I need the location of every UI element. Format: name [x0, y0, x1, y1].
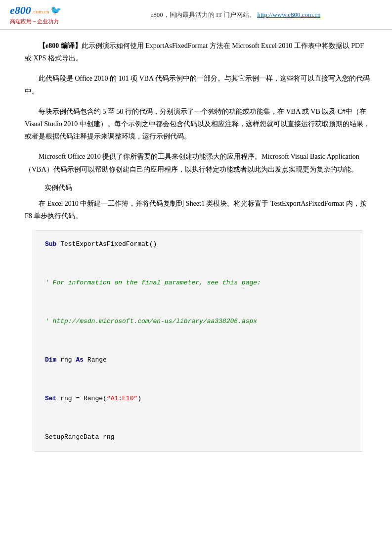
bracket-label: 【e800 编译】 [39, 42, 82, 49]
paragraph-3: 每块示例代码包含约 5 至 50 行的代码，分别演示了一个独特的功能或功能集，在… [25, 105, 372, 143]
code-line-14-empty [45, 405, 352, 418]
code-line-6-empty [45, 302, 352, 315]
logo-bird-icon: 🐦 [50, 5, 61, 16]
code-set-end: ) [137, 395, 141, 402]
main-content: 【e800 编译】此示例演示如何使用 ExportAsFixedFormat 方… [0, 30, 392, 466]
tagline-link[interactable]: http://www.e800.com.cn [258, 11, 321, 18]
code-string-val: “A1:E10” [107, 395, 137, 402]
logo-e800-text: e800 [10, 4, 31, 17]
logo-top: e800 .com.cn 🐦 [10, 4, 61, 17]
section-title: 实例代码 [44, 184, 372, 192]
comment-url-text: ' http://msdn.microsoft.com/en-us/librar… [45, 318, 257, 325]
code-line-set: Set rng = Range(“A1:E10”) [45, 392, 352, 405]
code-line-15-empty [45, 418, 352, 431]
paragraph-1: 【e800 编译】此示例演示如何使用 ExportAsFixedFormat 方… [25, 40, 372, 64]
code-range-type: Range [84, 356, 107, 364]
page-container: e800 .com.cn 🐦 高端应用－企业功力 e800，国内最具活力的 IT… [0, 0, 392, 555]
code-line-12-empty [45, 379, 352, 392]
code-set-rest: rng = Range( [56, 395, 106, 402]
code-line-comment-url: ' http://msdn.microsoft.com/en-us/librar… [45, 315, 352, 328]
keyword-as: As [76, 356, 84, 364]
code-line-5-empty [45, 289, 352, 302]
code-line-comment-1: ' For information on the final parameter… [45, 277, 352, 289]
logo-area: e800 .com.cn 🐦 高端应用－企业功力 [10, 4, 89, 25]
keyword-dim: Dim [45, 356, 56, 364]
code-line-2-empty [45, 251, 352, 264]
code-line-8-empty [45, 328, 352, 341]
code-rng-text: rng [56, 356, 76, 364]
paragraph-4: Microsoft Office 2010 提供了你所需要的工具来创建功能强大的… [25, 150, 372, 175]
code-line-9-empty [45, 341, 352, 354]
code-block: Sub TestExportAsFixedFormat() ' For info… [35, 230, 362, 452]
code-line-11-empty [45, 367, 352, 379]
code-line-dim: Dim rng As Range [45, 354, 352, 367]
code-line-3-empty [45, 264, 352, 277]
code-line-1: Sub TestExportAsFixedFormat() [45, 238, 352, 251]
logo-subtitle: 高端应用－企业功力 [10, 18, 59, 25]
paragraph-5: 在 Excel 2010 中新建一工作簿，并将代码复制到 Sheet1 类模块。… [25, 197, 372, 222]
paragraph-2: 此代码段是 Office 2010 的 101 项 VBA 代码示例中的一部分。… [25, 72, 372, 97]
header: e800 .com.cn 🐦 高端应用－企业功力 e800，国内最具活力的 IT… [0, 0, 392, 30]
keyword-sub: Sub [45, 240, 56, 248]
code-setup-text: SetupRangeData rng [45, 433, 114, 441]
header-tagline: e800，国内最具活力的 IT 门户网站。 http://www.e800.co… [89, 10, 382, 19]
comment-text-1: ' For information on the final parameter… [45, 279, 261, 286]
tagline-text: e800，国内最具活力的 IT 门户网站。 [150, 11, 256, 18]
logo-com-text: .com.cn [32, 8, 49, 14]
code-sub-rest: TestExportAsFixedFormat() [56, 240, 157, 248]
code-line-setup: SetupRangeData rng [45, 431, 352, 444]
keyword-set: Set [45, 395, 56, 402]
